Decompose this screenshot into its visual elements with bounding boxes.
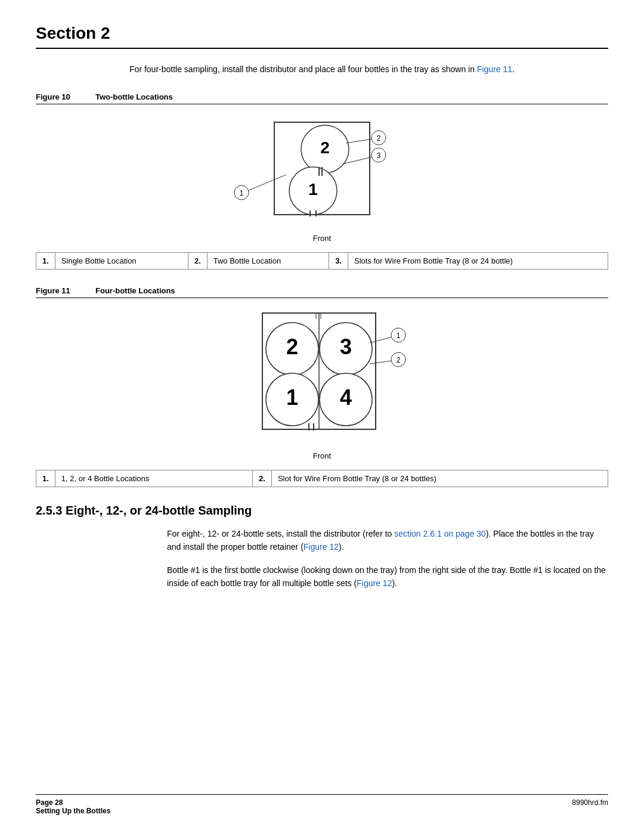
svg-text:1: 1 bbox=[308, 180, 318, 199]
svg-text:2: 2 bbox=[397, 356, 401, 364]
figure10-label: Figure 10 Two-bottle Locations bbox=[36, 92, 608, 104]
page-footer: Page 28 Setting Up the Bottles 8990hrd.f… bbox=[36, 794, 608, 815]
section-divider bbox=[36, 48, 608, 49]
figure10-cell2: Two Bottle Location bbox=[207, 253, 329, 270]
figure11-cell2: Slot for Wire From Bottle Tray (8 or 24 … bbox=[271, 470, 608, 487]
figure11-cell1: 1, 2, or 4 Bottle Locations bbox=[55, 470, 252, 487]
figure11-front-label: Front bbox=[313, 451, 331, 460]
figure11-link[interactable]: Figure 11 bbox=[477, 64, 512, 74]
subsection-253-title: 2.5.3 Eight-, 12-, or 24-bottle Sampling bbox=[36, 504, 608, 518]
figure10-cell1: Single Bottle Location bbox=[55, 253, 188, 270]
svg-text:1: 1 bbox=[397, 332, 401, 340]
section261-link[interactable]: section 2.6.1 on page 30 bbox=[394, 529, 485, 538]
svg-text:2: 2 bbox=[377, 134, 381, 143]
figure11-table: 1. 1, 2, or 4 Bottle Locations 2. Slot f… bbox=[36, 470, 608, 487]
figure11-label: Figure 11 Four-bottle Locations bbox=[36, 286, 608, 298]
footer-section-label: Setting Up the Bottles bbox=[36, 807, 110, 815]
subsection-253-para2: Bottle #1 is the first bottle clockwise … bbox=[167, 563, 608, 590]
figure10-cell3: Slots for Wire From Bottle Tray (8 or 24… bbox=[348, 253, 608, 270]
footer-right: 8990hrd.fm bbox=[572, 798, 608, 815]
figure12-link-1[interactable]: Figure 12 bbox=[304, 542, 339, 552]
svg-text:4: 4 bbox=[340, 385, 352, 410]
subsection-253-para1: For eight-, 12- or 24-bottle sets, insta… bbox=[167, 527, 608, 554]
svg-text:1: 1 bbox=[286, 385, 298, 410]
footer-page-label: Page 28 bbox=[36, 798, 110, 807]
section-title: Section 2 bbox=[36, 24, 608, 43]
figure12-link-2[interactable]: Figure 12 bbox=[357, 578, 392, 588]
figure10-front-label: Front bbox=[313, 234, 331, 243]
figure10-table: 1. Single Bottle Location 2. Two Bottle … bbox=[36, 252, 608, 270]
svg-text:3: 3 bbox=[377, 151, 381, 160]
figure10-diagram: 2 1 1 2 bbox=[36, 110, 608, 250]
svg-text:2: 2 bbox=[286, 335, 298, 359]
svg-text:2: 2 bbox=[320, 138, 330, 157]
svg-text:3: 3 bbox=[340, 335, 352, 359]
intro-paragraph: For four-bottle sampling, install the di… bbox=[36, 63, 608, 76]
figure11-diagram: 2 3 1 4 bbox=[36, 304, 608, 467]
svg-text:1: 1 bbox=[240, 189, 244, 197]
